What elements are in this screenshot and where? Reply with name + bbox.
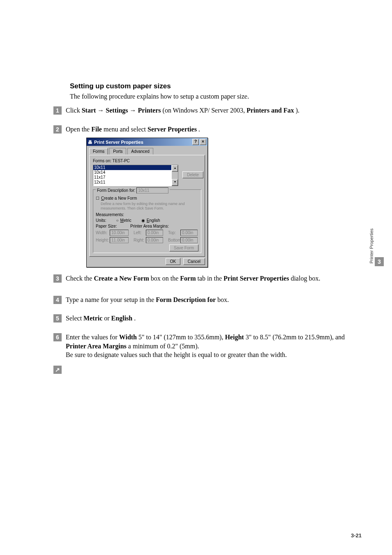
continue-icon: ↗ — [53, 366, 62, 374]
chapter-tab: Printer Properties 3 — [368, 228, 384, 266]
bold: Settings — [106, 107, 128, 114]
left-field[interactable]: 0.00in — [146, 230, 163, 236]
form-description-group: Form Description for: 10x11 ☐ Create a N… — [93, 189, 201, 253]
text: or — [104, 315, 111, 322]
right-field[interactable]: 0.00in — [146, 237, 163, 243]
arrow-icon: → — [97, 107, 104, 114]
right-label: Right: — [134, 238, 144, 242]
text: Enter the values for — [66, 334, 119, 341]
bold: Form Description for — [156, 296, 216, 303]
bottom-label: Bottom: — [168, 238, 179, 242]
scroll-up-icon[interactable]: ▴ — [172, 165, 178, 172]
page-number: 3-21 — [351, 532, 362, 539]
save-form-button[interactable]: Save Form — [169, 244, 198, 251]
hint-text: Define a new form by editing the existin… — [101, 202, 198, 211]
printer-icon: 🖶 — [88, 140, 92, 145]
top-label: Top: — [168, 230, 179, 235]
metric-label: Metric — [120, 218, 131, 223]
bold: English — [111, 315, 133, 322]
paper-size-label: Paper Size: — [96, 224, 129, 228]
text: Open the — [66, 126, 91, 133]
text: 3" to 8.5" (76.2mm to 215.9mm), and — [246, 334, 345, 341]
delete-button[interactable]: Delete — [182, 171, 203, 178]
text: Type a name for your setup in the — [66, 296, 156, 303]
english-label: English — [147, 218, 160, 223]
text: ). — [295, 107, 299, 114]
titlebar: 🖶 Print Server Properties ? × — [87, 138, 208, 146]
step-continue: ↗ — [53, 365, 362, 374]
step-3: 3 Check the Create a New Form box on the… — [53, 274, 362, 283]
scroll-down-icon[interactable]: ▾ — [172, 179, 178, 186]
bold: Server Properties — [148, 126, 197, 133]
step-number: 6 — [53, 333, 62, 341]
step-1: 1 Click Start → Settings → Printers (on … — [53, 106, 362, 115]
bold: Printers — [138, 107, 161, 114]
list-item[interactable]: 11x17 — [93, 175, 171, 180]
checkbox-create-new-form[interactable]: ☐ — [96, 196, 99, 200]
chapter-number: 3 — [375, 257, 384, 266]
bottom-field[interactable]: 0.00in — [180, 237, 198, 243]
list-item[interactable]: 12x11 — [93, 180, 171, 185]
text: menu and select — [104, 126, 148, 133]
bold: Printer Area Margins — [66, 343, 127, 350]
width-field[interactable]: 10.00in — [110, 230, 129, 236]
text: Check the — [66, 275, 94, 282]
text: box on the — [151, 275, 180, 282]
dialog-title: Print Server Properties — [94, 140, 143, 145]
radio-english[interactable]: ◉ — [141, 218, 145, 223]
list-item[interactable]: 10x14 — [93, 170, 171, 175]
width-label: Width: — [96, 230, 108, 235]
forms-listbox[interactable]: 10x11 10x14 11x17 12x11 — [93, 165, 172, 186]
text: box. — [217, 296, 229, 303]
tab-advanced[interactable]: Advanced — [127, 148, 153, 154]
step-number: 3 — [53, 274, 62, 283]
bold: Print Server Properties — [224, 275, 289, 282]
text: . — [198, 126, 200, 133]
step-4: 4 Type a name for your setup in the Form… — [53, 295, 362, 304]
list-item[interactable]: 10x11 — [93, 165, 171, 170]
text: a minimum of 0.2" (5mm). — [128, 343, 199, 350]
bold: Metric — [83, 315, 102, 322]
height-label: Height: — [96, 238, 108, 242]
bold: Form — [180, 275, 196, 282]
close-button[interactable]: × — [200, 139, 206, 145]
ok-button[interactable]: OK — [166, 258, 180, 265]
text: Select — [66, 315, 83, 322]
tab-panel-forms: Forms on: TEST-PC 10x11 10x14 11x17 12x1… — [89, 155, 205, 257]
printer-margins-label: Printer Area Margins: — [130, 224, 169, 228]
tab-forms[interactable]: Forms — [89, 148, 108, 154]
text: 5" to 14" (127mm to 355.6mm), — [138, 334, 225, 341]
bold: Width — [119, 334, 137, 341]
step-number: 2 — [53, 125, 62, 134]
form-description-label: Form Description for: — [97, 188, 135, 193]
bold: File — [91, 126, 102, 133]
left-label: Left: — [134, 230, 144, 235]
text: Be sure to designate values such that th… — [66, 351, 287, 358]
arrow-icon: → — [130, 107, 136, 114]
scrollbar[interactable]: ▴ ▾ — [172, 165, 178, 186]
bold: Height — [225, 334, 244, 341]
radio-metric[interactable]: ○ — [116, 218, 119, 223]
text: tab in the — [197, 275, 224, 282]
step-number: 4 — [53, 296, 62, 304]
cancel-button[interactable]: Cancel — [183, 258, 205, 265]
step-6: 6 Enter the values for Width 5" to 14" (… — [53, 333, 362, 359]
bold: Printers and Fax — [247, 107, 294, 114]
text: dialog box. — [291, 275, 320, 282]
forms-on-label: Forms on: TEST-PC — [93, 159, 201, 163]
step-2: 2 Open the File menu and select Server P… — [53, 125, 362, 134]
text: Click — [66, 107, 82, 114]
create-new-form-label: Create a New Form — [101, 196, 137, 200]
help-button[interactable]: ? — [192, 139, 199, 145]
bold: Start — [82, 107, 96, 114]
form-description-field[interactable]: 10x11 — [136, 187, 168, 193]
section-intro: The following procedure explains how to … — [70, 93, 362, 100]
tab-ports[interactable]: Ports — [109, 148, 126, 154]
step-5: 5 Select Metric or English . — [53, 314, 362, 323]
height-field[interactable]: 11.00in — [110, 237, 129, 243]
step-number: 1 — [53, 106, 62, 115]
top-field[interactable]: 0.00in — [180, 230, 198, 236]
measurements-label: Measurements: — [96, 212, 198, 217]
text: . — [134, 315, 136, 322]
chapter-label: Printer Properties — [368, 228, 375, 266]
